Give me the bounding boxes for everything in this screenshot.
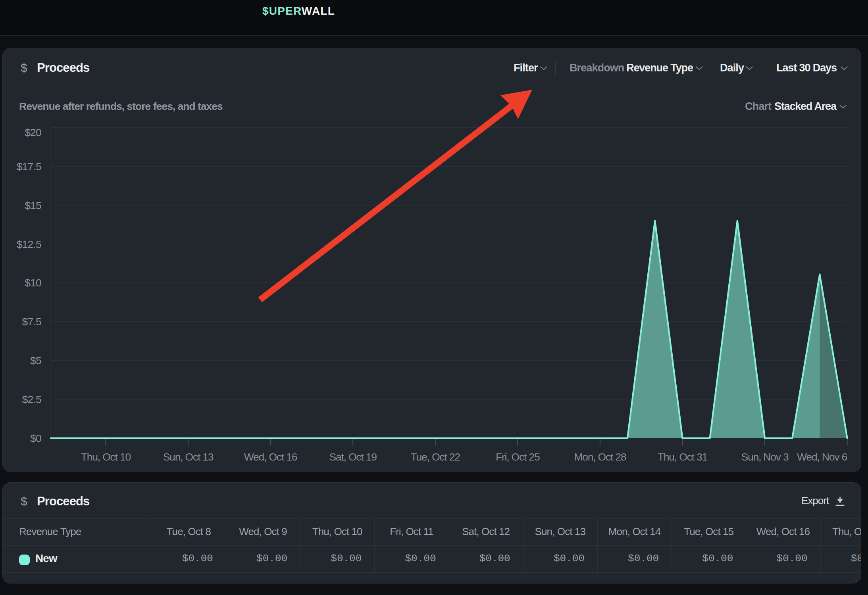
svg-text:Mon, Oct 28: Mon, Oct 28 (574, 451, 626, 463)
svg-text:$17.5: $17.5 (17, 161, 41, 173)
svg-text:$15: $15 (25, 200, 41, 211)
svg-text:$7.5: $7.5 (22, 316, 41, 328)
svg-text:Fri, Oct 25: Fri, Oct 25 (496, 451, 540, 463)
svg-text:$10: $10 (25, 277, 41, 289)
svg-text:$2.5: $2.5 (22, 393, 41, 405)
svg-text:$12.5: $12.5 (17, 238, 41, 250)
svg-text:Wed, Oct 16: Wed, Oct 16 (244, 451, 297, 463)
svg-text:$20: $20 (25, 127, 41, 138)
svg-text:Thu, Oct 10: Thu, Oct 10 (81, 451, 131, 463)
svg-text:Wed, Nov 6: Wed, Nov 6 (797, 451, 847, 463)
svg-text:$5: $5 (30, 355, 41, 367)
svg-text:Sun, Nov 3: Sun, Nov 3 (741, 451, 789, 463)
svg-text:Thu, Oct 31: Thu, Oct 31 (658, 451, 708, 463)
svg-text:Tue, Oct 22: Tue, Oct 22 (411, 451, 460, 463)
svg-text:Sun, Oct 13: Sun, Oct 13 (163, 451, 214, 463)
svg-text:$0: $0 (30, 432, 41, 444)
svg-text:Sat, Oct 19: Sat, Oct 19 (329, 451, 377, 463)
